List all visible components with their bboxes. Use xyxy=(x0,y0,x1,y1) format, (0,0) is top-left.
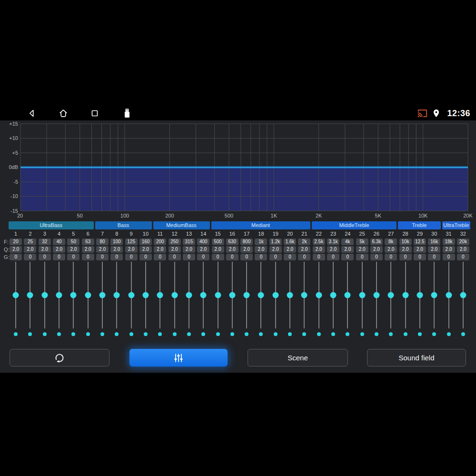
slider-knob[interactable] xyxy=(157,292,163,298)
band-gain-slider[interactable] xyxy=(225,262,239,328)
slider-knob[interactable] xyxy=(56,292,62,298)
band-frequency-value[interactable]: 500 xyxy=(212,238,224,245)
band-q-value[interactable]: 2.0 xyxy=(67,246,79,253)
band-gain-value[interactable]: 0 xyxy=(341,254,354,260)
band-gain-slider[interactable] xyxy=(167,262,181,328)
band-gain-slider[interactable] xyxy=(355,262,369,328)
home-icon[interactable] xyxy=(58,108,69,119)
band-frequency-value[interactable]: 4k xyxy=(341,238,354,245)
band-q-value[interactable]: 2.0 xyxy=(24,246,36,253)
band-gain-slider[interactable] xyxy=(441,262,456,328)
band-frequency-value[interactable]: 10k xyxy=(399,238,412,245)
band-gain-slider[interactable] xyxy=(254,262,268,328)
band-gain-slider[interactable] xyxy=(66,262,80,328)
slider-knob[interactable] xyxy=(388,292,394,298)
band-frequency-value[interactable]: 12.5 xyxy=(414,238,426,245)
band-gain-value[interactable]: 0 xyxy=(385,254,397,260)
band-q-value[interactable]: 2.0 xyxy=(341,246,354,253)
band-frequency-value[interactable]: 16k xyxy=(428,238,440,245)
slider-knob[interactable] xyxy=(85,292,91,298)
band-q-value[interactable]: 2.0 xyxy=(10,246,22,253)
band-gain-slider[interactable] xyxy=(239,262,254,328)
band-q-value[interactable]: 2.0 xyxy=(428,246,440,253)
band-gain-value[interactable]: 0 xyxy=(82,254,94,260)
band-gain-value[interactable]: 0 xyxy=(356,254,368,260)
band-gain-value[interactable]: 0 xyxy=(169,254,181,260)
equalizer-button[interactable] xyxy=(129,349,228,367)
slider-knob[interactable] xyxy=(186,292,192,298)
slider-knob[interactable] xyxy=(359,292,365,298)
band-q-value[interactable]: 2.0 xyxy=(399,246,412,253)
band-frequency-value[interactable]: 20k xyxy=(457,238,469,245)
band-frequency-value[interactable]: 5k xyxy=(356,238,368,245)
slider-knob[interactable] xyxy=(200,292,207,298)
band-gain-value[interactable]: 0 xyxy=(457,254,469,260)
band-gain-slider[interactable] xyxy=(340,262,355,328)
band-gain-slider[interactable] xyxy=(196,262,210,328)
band-q-value[interactable]: 2.0 xyxy=(169,246,181,253)
band-frequency-value[interactable]: 1k xyxy=(255,238,267,245)
band-gain-slider[interactable] xyxy=(326,262,340,328)
band-q-value[interactable]: 2.0 xyxy=(443,246,455,253)
band-frequency-value[interactable]: 20 xyxy=(10,238,22,245)
band-gain-value[interactable]: 0 xyxy=(197,254,209,260)
band-gain-value[interactable]: 0 xyxy=(154,254,166,260)
band-gain-slider[interactable] xyxy=(456,262,470,328)
band-q-value[interactable]: 2.0 xyxy=(226,246,238,253)
band-gain-value[interactable]: 0 xyxy=(96,254,109,260)
sound-field-button[interactable]: Sound field xyxy=(367,349,466,367)
reset-button[interactable] xyxy=(10,349,109,367)
slider-knob[interactable] xyxy=(373,292,379,298)
band-gain-value[interactable]: 0 xyxy=(313,254,325,260)
band-q-value[interactable]: 2.0 xyxy=(82,246,94,253)
band-q-value[interactable]: 2.0 xyxy=(269,246,282,253)
band-q-value[interactable]: 2.0 xyxy=(385,246,397,253)
slider-knob[interactable] xyxy=(330,292,337,298)
band-gain-slider[interactable] xyxy=(427,262,441,328)
slider-knob[interactable] xyxy=(13,292,19,298)
slider-knob[interactable] xyxy=(287,292,293,298)
band-category-mediant[interactable]: Mediant xyxy=(211,221,310,229)
slider-knob[interactable] xyxy=(215,292,221,298)
slider-knob[interactable] xyxy=(446,292,452,298)
band-q-value[interactable]: 2.0 xyxy=(327,246,339,253)
band-frequency-value[interactable]: 315 xyxy=(183,238,195,245)
band-gain-value[interactable]: 0 xyxy=(110,254,123,260)
band-q-value[interactable]: 2.0 xyxy=(240,246,253,253)
slider-knob[interactable] xyxy=(301,292,307,298)
band-frequency-value[interactable]: 2k xyxy=(298,238,310,245)
band-gain-slider[interactable] xyxy=(210,262,225,328)
band-gain-slider[interactable] xyxy=(268,262,283,328)
slider-knob[interactable] xyxy=(41,292,48,298)
band-q-value[interactable]: 2.0 xyxy=(183,246,195,253)
band-gain-slider[interactable] xyxy=(153,262,167,328)
band-gain-value[interactable]: 0 xyxy=(226,254,238,260)
band-gain-slider[interactable] xyxy=(124,262,139,328)
band-q-value[interactable]: 2.0 xyxy=(414,246,426,253)
slider-knob[interactable] xyxy=(272,292,278,298)
band-category-ultratreble[interactable]: UltraTreble xyxy=(442,221,471,229)
band-gain-value[interactable]: 0 xyxy=(125,254,138,260)
band-q-value[interactable]: 2.0 xyxy=(96,246,109,253)
band-category-ultrabass[interactable]: UltraBass xyxy=(9,221,94,229)
band-frequency-value[interactable]: 160 xyxy=(139,238,152,245)
band-category-bass[interactable]: Bass xyxy=(95,221,152,229)
slider-knob[interactable] xyxy=(99,292,106,298)
band-gain-slider[interactable] xyxy=(95,262,109,328)
band-gain-value[interactable]: 0 xyxy=(139,254,152,260)
slider-knob[interactable] xyxy=(345,292,351,298)
band-frequency-value[interactable]: 50 xyxy=(67,238,79,245)
band-gain-value[interactable]: 0 xyxy=(269,254,282,260)
slider-knob[interactable] xyxy=(258,292,264,298)
band-q-value[interactable]: 2.0 xyxy=(370,246,383,253)
band-gain-slider[interactable] xyxy=(369,262,384,328)
band-q-value[interactable]: 2.0 xyxy=(212,246,224,253)
band-frequency-value[interactable]: 80 xyxy=(96,238,109,245)
recents-icon[interactable] xyxy=(89,108,100,119)
slider-knob[interactable] xyxy=(316,292,322,298)
band-gain-value[interactable]: 0 xyxy=(67,254,79,260)
scene-button[interactable]: Scene xyxy=(248,349,348,367)
band-gain-value[interactable]: 0 xyxy=(39,254,51,260)
band-frequency-value[interactable]: 200 xyxy=(154,238,166,245)
band-gain-slider[interactable] xyxy=(283,262,297,328)
